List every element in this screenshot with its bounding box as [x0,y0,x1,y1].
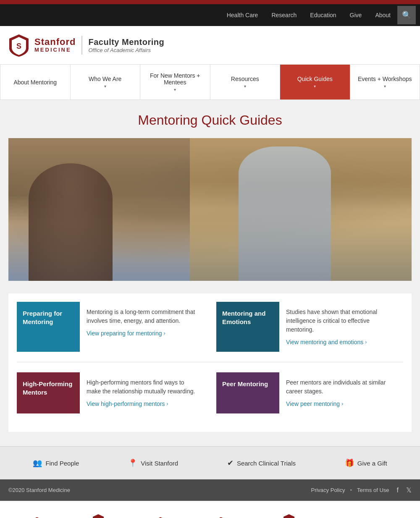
hero-image-inner [8,138,412,281]
logo-stanford-medicine-school[interactable]: S Stanford MEDICINE School of Medicine [82,514,114,518]
main-nav: About Mentoring Who We Are ▾ For New Men… [0,65,420,100]
cards-row-2: High-Performing Mentors High-performing … [17,372,403,424]
stanford-medicine-school-shield-icon: S [92,514,104,518]
search-button[interactable]: 🔍 [397,6,416,24]
card-peer-mentoring: Peer Mentoring Peer mentors are individu… [216,372,403,413]
search-icon: 🔍 [402,10,411,20]
chevron-down-icon: ▾ [314,84,316,89]
hero-image [8,138,412,281]
nav-quick-guides[interactable]: Quick Guides ▾ [280,65,350,99]
card-preparing-mentoring: Preparing for Mentoring Mentoring is a l… [17,302,204,352]
nav-give[interactable]: Give [343,4,369,26]
card-content-preparing: Mentoring is a long-term commitment that… [80,302,204,352]
nav-education[interactable]: Education [303,4,343,26]
nav-research[interactable]: Research [265,4,303,26]
bottom-footer: ©2020 Stanford Medicine Privacy Policy •… [0,479,420,501]
arrow-icon: › [341,401,343,407]
person-left-silhouette [29,163,113,281]
oaa-subtitle: Office of Academic Affairs [88,47,164,53]
person-right-figure [239,147,331,281]
location-icon: 📍 [128,458,137,468]
medicine-wordmark: MEDICINE [34,47,76,53]
card-link-highperforming[interactable]: View high-performing mentors › [87,400,168,407]
arrow-icon: › [365,339,367,345]
footer-find-people[interactable]: 👥 Find People [33,458,79,468]
card-label-highperforming: High-Performing Mentors [17,372,80,413]
people-icon: 👥 [33,458,42,468]
faculty-mentoring-title: Faculty Mentoring [88,37,164,47]
footer-clinical-trials[interactable]: ✔ Search Clinical Trials [227,458,296,468]
logo-lucile-packard[interactable]: S Lucile Packard Children's Hospital Sta… [268,514,310,518]
footer-bullet: • [350,487,352,493]
card-link-peer[interactable]: View peer mentoring › [286,400,343,407]
nav-about[interactable]: About [368,4,397,26]
card-desc-highperforming: High-performing mentors find ways to mak… [87,378,197,396]
gift-icon: 🎁 [345,458,354,468]
facebook-icon[interactable]: f [397,487,399,494]
nav-about-mentoring[interactable]: About Mentoring [0,65,71,99]
chevron-down-icon: ▾ [174,87,176,92]
chevron-down-icon: ▾ [104,84,106,89]
top-stripe [0,0,420,4]
card-desc-peer: Peer mentors are individuals at similar … [286,378,396,396]
card-content-peer: Peer mentors are individuals at similar … [279,372,403,413]
nav-new-mentors[interactable]: For New Mentors + Mentees ▾ [140,65,210,99]
card-content-highperforming: High-performing mentors find ways to mak… [80,372,204,413]
stanford-wordmark: Stanford [34,37,76,47]
chevron-down-icon: ▾ [384,84,386,89]
copyright-text: ©2020 Stanford Medicine [8,487,70,493]
faculty-mentoring-label: Faculty Mentoring Office of Academic Aff… [88,37,164,53]
logo-bar: S Stanford MEDICINE Faculty Mentoring Of… [0,26,420,65]
card-label-preparing: Preparing for Mentoring [17,302,80,352]
lucile-packard-shield-icon: S [283,514,295,518]
twitter-icon[interactable]: 𝕏 [406,486,412,494]
cards-row-1: Preparing for Mentoring Mentoring is a l… [17,302,403,362]
checkmark-icon: ✔ [227,458,234,468]
card-link-preparing[interactable]: View preparing for mentoring › [87,330,165,337]
card-desc-emotions: Studies have shown that emotional intell… [286,308,396,334]
footer-links-bar: 👥 Find People 📍 Visit Stanford ✔ Search … [0,446,420,479]
nav-who-we-are[interactable]: Who We Are ▾ [71,65,141,99]
quick-guides-section: Preparing for Mentoring Mentoring is a l… [8,293,412,432]
arrow-icon: › [167,401,168,407]
page-content: Mentoring Quick Guides Preparing for Men… [0,100,420,446]
card-mentoring-emotions: Mentoring and Emotions Studies have show… [216,302,403,352]
svg-text:S: S [16,42,21,50]
terms-of-use-link[interactable]: Terms of Use [357,487,389,493]
arrow-icon: › [164,330,165,336]
card-label-peer: Peer Mentoring [216,372,279,413]
page-title: Mentoring Quick Guides [8,112,412,128]
card-high-performing: High-Performing Mentors High-performing … [17,372,204,413]
footer-give-gift[interactable]: 🎁 Give a Gift [345,458,387,468]
privacy-policy-link[interactable]: Privacy Policy [311,487,345,493]
footer-right-links: Privacy Policy • Terms of Use f 𝕏 [311,486,412,494]
nav-events-workshops[interactable]: Events + Workshops ▾ [350,65,420,99]
utility-nav: Health Care Research Education Give Abou… [0,4,420,26]
card-desc-preparing: Mentoring is a long-term commitment that… [87,308,197,325]
card-content-emotions: Studies have shown that emotional intell… [279,302,403,352]
chevron-down-icon: ▾ [244,84,246,89]
logo-divider [81,36,82,55]
stanford-shield-icon: S [8,34,29,57]
card-label-emotions: Mentoring and Emotions [216,302,279,352]
card-link-emotions[interactable]: View mentoring and emotions › [286,339,367,345]
nav-resources[interactable]: Resources ▾ [210,65,281,99]
footer-visit-stanford[interactable]: 📍 Visit Stanford [128,458,178,468]
nav-healthcare[interactable]: Health Care [220,4,265,26]
stanford-medicine-logo: Stanford MEDICINE [34,37,76,53]
logos-footer: S Stanford University S Stanford MEDICIN… [0,501,420,518]
